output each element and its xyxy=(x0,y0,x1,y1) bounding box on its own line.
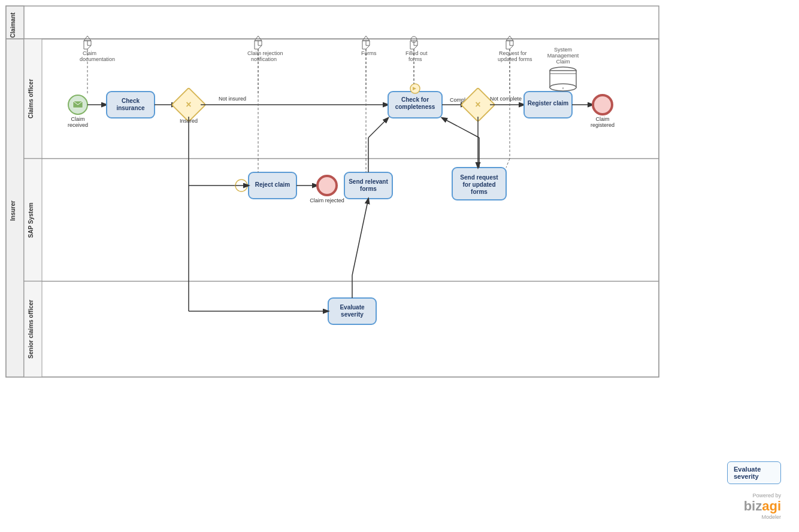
svg-text:Insured: Insured xyxy=(180,118,198,124)
svg-text:completeness: completeness xyxy=(395,104,435,110)
svg-text:forms: forms xyxy=(471,189,488,195)
svg-text:System: System xyxy=(554,47,572,53)
svg-point-39 xyxy=(68,95,87,114)
svg-rect-40 xyxy=(73,101,83,108)
svg-marker-35 xyxy=(255,36,262,41)
svg-rect-10 xyxy=(24,159,42,281)
svg-marker-23 xyxy=(362,41,370,49)
svg-marker-15 xyxy=(84,41,91,49)
svg-point-82 xyxy=(235,180,247,191)
svg-text:Not insured: Not insured xyxy=(219,96,246,102)
modeler-label: Modeler xyxy=(744,514,781,520)
svg-marker-36 xyxy=(362,36,370,41)
svg-line-112 xyxy=(352,199,368,275)
svg-text:updated forms: updated forms xyxy=(498,56,532,62)
svg-point-84 xyxy=(317,176,337,195)
agi-text: agi xyxy=(762,498,781,513)
svg-rect-7 xyxy=(24,39,42,159)
svg-text:severity: severity xyxy=(341,311,364,318)
svg-rect-80 xyxy=(249,172,296,199)
svg-rect-55 xyxy=(388,92,442,118)
svg-marker-19 xyxy=(255,41,262,49)
svg-line-102 xyxy=(368,118,388,138)
svg-text:forms: forms xyxy=(360,186,377,192)
svg-rect-44 xyxy=(107,92,155,118)
svg-text:registered: registered xyxy=(591,122,615,128)
svg-rect-89 xyxy=(452,168,506,200)
svg-text:Reject claim: Reject claim xyxy=(255,181,290,188)
svg-marker-34 xyxy=(84,36,91,41)
svg-rect-4 xyxy=(6,39,24,377)
svg-text:Claim rejected: Claim rejected xyxy=(310,197,344,203)
svg-text:Register claim: Register claim xyxy=(528,100,568,107)
svg-text:notification: notification xyxy=(251,56,277,62)
svg-text:documentation: documentation xyxy=(80,56,115,62)
svg-text:Claim: Claim xyxy=(595,116,609,122)
svg-text:SAP System: SAP System xyxy=(28,203,34,238)
svg-text:Forms: Forms xyxy=(361,50,377,56)
svg-text:forms: forms xyxy=(408,56,422,62)
svg-text:Claim: Claim xyxy=(83,50,96,56)
svg-text:Senior claims officer: Senior claims officer xyxy=(28,300,34,358)
svg-text:Send relevant: Send relevant xyxy=(349,178,388,185)
svg-point-68 xyxy=(550,67,576,74)
svg-line-104 xyxy=(442,118,479,138)
svg-text:Insurer: Insurer xyxy=(10,200,16,221)
svg-text:Check: Check xyxy=(122,98,140,104)
svg-rect-0 xyxy=(6,6,659,39)
svg-text:Not complete: Not complete xyxy=(490,96,522,102)
svg-line-100 xyxy=(506,159,510,168)
svg-point-37 xyxy=(411,37,417,42)
svg-text:for updated: for updated xyxy=(463,181,496,188)
svg-point-70 xyxy=(550,84,576,91)
svg-text:received: received xyxy=(68,122,88,128)
powered-by-label: Powered by xyxy=(744,493,781,498)
svg-text:Send request: Send request xyxy=(460,174,498,181)
svg-text:Claimant: Claimant xyxy=(10,12,16,38)
svg-rect-86 xyxy=(344,172,392,199)
svg-text:×: × xyxy=(186,99,191,110)
svg-text:Evaluate: Evaluate xyxy=(340,304,365,311)
svg-text:Claim rejection: Claim rejection xyxy=(247,50,283,56)
svg-rect-106 xyxy=(328,298,376,324)
svg-text:insurance: insurance xyxy=(116,105,145,111)
highlight-label: Evaluate severity xyxy=(734,466,761,480)
svg-text:Claim: Claim xyxy=(556,59,570,65)
svg-rect-3 xyxy=(6,39,659,377)
svg-text:Complete: Complete xyxy=(450,97,473,103)
svg-text:Filled out: Filled out xyxy=(405,50,428,56)
watermark: Powered by bizagi Modeler xyxy=(744,493,781,520)
svg-rect-66 xyxy=(524,92,572,118)
svg-rect-13 xyxy=(24,281,42,377)
svg-rect-9 xyxy=(24,159,659,281)
svg-point-77 xyxy=(593,95,612,114)
svg-rect-69 xyxy=(550,71,576,87)
svg-text:×: × xyxy=(475,99,480,110)
svg-point-58 xyxy=(410,84,420,93)
biz-text: biz xyxy=(744,498,762,513)
svg-text:Check for: Check for xyxy=(401,96,429,103)
diagram-svg: Claimant Insurer Claims officer SAP Syst… xyxy=(0,0,799,532)
svg-rect-12 xyxy=(24,281,659,377)
svg-text:Claim: Claim xyxy=(71,116,84,122)
svg-marker-38 xyxy=(506,36,513,41)
svg-text:Claims officer: Claims officer xyxy=(28,79,34,118)
evaluate-severity-highlight: Evaluate severity xyxy=(727,461,781,484)
svg-rect-6 xyxy=(24,39,659,159)
main-container: Claimant Insurer Claims officer SAP Syst… xyxy=(0,0,799,532)
svg-rect-1 xyxy=(6,6,24,39)
svg-text:Management: Management xyxy=(547,53,579,59)
svg-marker-30 xyxy=(506,41,513,49)
svg-marker-26 xyxy=(410,41,417,49)
svg-marker-59 xyxy=(413,87,416,90)
svg-rect-62 xyxy=(461,88,495,122)
bizagi-logo: bizagi xyxy=(744,498,781,514)
svg-text:Request for: Request for xyxy=(499,50,527,56)
svg-rect-48 xyxy=(172,88,206,122)
